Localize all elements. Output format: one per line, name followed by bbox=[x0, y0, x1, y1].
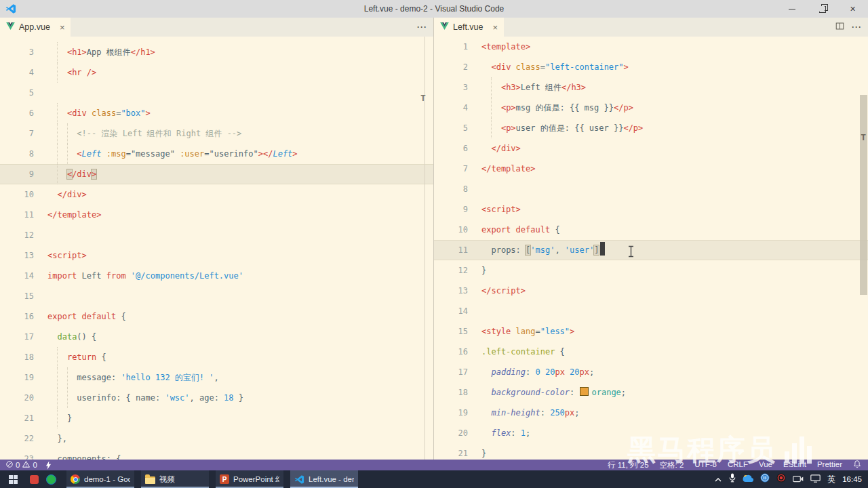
code-line-4[interactable]: 4 <hr /> bbox=[0, 62, 433, 83]
tab-close-icon[interactable]: × bbox=[492, 22, 498, 33]
code-line-17[interactable]: 17 data() { bbox=[0, 327, 433, 347]
code-line-13[interactable]: 13</script> bbox=[434, 281, 868, 301]
line-number: 9 bbox=[0, 164, 34, 184]
clock[interactable]: 16:45 bbox=[842, 475, 862, 483]
code-token: </script> bbox=[481, 286, 526, 296]
line-number: 14 bbox=[434, 301, 468, 321]
code-line-19[interactable]: 19 message: 'hello 132 的宝们! ', bbox=[0, 367, 433, 388]
code-line-9[interactable]: 9 </div> bbox=[0, 164, 433, 184]
tab-close-icon[interactable]: × bbox=[60, 22, 65, 33]
more-actions-icon[interactable]: ··· bbox=[852, 22, 862, 32]
code-line-2[interactable]: 2 <div class="left-container"> bbox=[434, 57, 868, 77]
code-token bbox=[47, 373, 77, 382]
code-token bbox=[481, 245, 491, 255]
code-line-16[interactable]: 16.left-container { bbox=[434, 342, 868, 362]
code-line-20[interactable]: 20 flex: 1; bbox=[434, 423, 868, 443]
code-editor-app-vue[interactable]: 2 <div id="app">3 <h1>App 根组件</h1>4 <hr … bbox=[0, 37, 433, 460]
code-line-14[interactable]: 14import Left from '@/components/Left.vu… bbox=[0, 266, 433, 286]
minimize-button[interactable] bbox=[776, 0, 807, 18]
code-line-7[interactable]: 7</template> bbox=[434, 159, 868, 179]
code-line-12[interactable]: 12} bbox=[434, 260, 868, 281]
status-item-6[interactable]: Prettier bbox=[817, 460, 842, 470]
code-line-10[interactable]: 10 </div> bbox=[0, 184, 433, 205]
code-line-7[interactable]: 7 <!-- 渲染 Left 组件和 Right 组件 --> bbox=[0, 123, 433, 144]
cloud-drive-icon[interactable] bbox=[743, 473, 753, 485]
code-line-9[interactable]: 9<script> bbox=[434, 199, 868, 220]
close-button[interactable]: × bbox=[837, 0, 868, 18]
status-item-2[interactable]: UTF-8 bbox=[694, 460, 717, 470]
thunder-status-icon[interactable] bbox=[45, 461, 52, 470]
indent-guide bbox=[57, 408, 58, 428]
notifications-bell-icon[interactable] bbox=[853, 460, 861, 470]
code-line-23[interactable]: 23 components: { bbox=[0, 449, 433, 460]
code-line-4[interactable]: 4 <p>msg 的值是: {{ msg }}</p> bbox=[434, 98, 868, 118]
code-token: <!-- 渲染 Left 组件和 Right 组件 --> bbox=[77, 129, 241, 138]
more-actions-icon[interactable]: ··· bbox=[417, 22, 427, 32]
chrome-icon bbox=[71, 474, 80, 484]
tab-app-vue[interactable]: App.vue × bbox=[0, 18, 71, 37]
code-token: message: bbox=[77, 373, 121, 382]
app-icon-red[interactable] bbox=[26, 470, 43, 488]
status-item-4[interactable]: Vue bbox=[759, 460, 772, 470]
pause-status-icon[interactable] bbox=[760, 473, 770, 485]
scrollbar-thumb[interactable] bbox=[860, 95, 867, 295]
ime-indicator[interactable]: 英 bbox=[827, 474, 835, 485]
start-button[interactable] bbox=[0, 470, 26, 488]
taskbar-button-vscode[interactable]: Left.vue - demo-2 - ... bbox=[290, 470, 358, 488]
code-token: </div> bbox=[491, 144, 520, 153]
tab-left-vue[interactable]: Left.vue × bbox=[434, 18, 504, 37]
line-number: 9 bbox=[434, 199, 468, 220]
line-number: 3 bbox=[434, 77, 468, 98]
taskbar-button-label: demo-1 - Google C... bbox=[84, 475, 130, 483]
code-line-15[interactable]: 15<style lang="less"> bbox=[434, 321, 868, 342]
code-line-2[interactable]: 2 <div id="app"> bbox=[0, 37, 433, 42]
code-token: : bbox=[526, 367, 535, 377]
code-line-22[interactable]: 22 }, bbox=[0, 428, 433, 449]
code-line-16[interactable]: 16export default { bbox=[0, 306, 433, 327]
record-status-icon[interactable] bbox=[776, 473, 786, 485]
taskbar-button-chrome[interactable]: demo-1 - Google C... bbox=[66, 470, 134, 488]
code-line-14[interactable]: 14 bbox=[434, 301, 868, 321]
code-line-6[interactable]: 6 </div> bbox=[434, 138, 868, 159]
code-line-18[interactable]: 18 return { bbox=[0, 347, 433, 367]
code-line-21[interactable]: 21 } bbox=[0, 408, 433, 428]
code-line-20[interactable]: 20 userinfo: { name: 'wsc', age: 18 } bbox=[0, 388, 433, 408]
line-number: 15 bbox=[0, 286, 34, 306]
code-line-15[interactable]: 15 bbox=[0, 286, 433, 306]
taskbar-button-powerpoint[interactable]: PPowerPoint 幻灯片... bbox=[216, 470, 283, 488]
problems-indicator[interactable]: 0 0 bbox=[5, 460, 37, 470]
vscode-icon bbox=[294, 474, 304, 485]
code-line-3[interactable]: 3 <h3>Left 组件</h3> bbox=[434, 77, 868, 98]
code-token: > bbox=[146, 108, 151, 118]
code-line-6[interactable]: 6 <div class="box"> bbox=[0, 103, 433, 123]
code-line-8[interactable]: 8 <Left :msg="message" :user="userinfo">… bbox=[0, 144, 433, 164]
microphone-icon[interactable] bbox=[729, 473, 736, 485]
taskbar-button-folder[interactable]: 视频 bbox=[141, 470, 209, 488]
code-line-5[interactable]: 5 <p>user 的值是: {{ user }}</p> bbox=[434, 118, 868, 138]
app-icon-green[interactable] bbox=[43, 470, 60, 488]
status-item-5[interactable]: ESLint bbox=[783, 460, 806, 470]
status-item-0[interactable]: 行 11, 列 25 bbox=[608, 460, 649, 470]
code-line-10[interactable]: 10export default { bbox=[434, 220, 868, 240]
status-item-1[interactable]: 空格: 2 bbox=[660, 460, 684, 470]
tray-expand-chevron-icon[interactable] bbox=[714, 473, 722, 485]
code-line-18[interactable]: 18 background-color: orange; bbox=[434, 382, 868, 403]
code-line-13[interactable]: 13<script> bbox=[0, 245, 433, 266]
restore-button[interactable] bbox=[807, 0, 837, 18]
code-line-3[interactable]: 3 <h1>App 根组件</h1> bbox=[0, 42, 433, 62]
code-line-17[interactable]: 17 padding: 0 20px 20px; bbox=[434, 362, 868, 382]
split-editor-icon[interactable] bbox=[835, 22, 844, 33]
code-line-1[interactable]: 1<template> bbox=[434, 37, 868, 57]
display-icon[interactable] bbox=[810, 473, 821, 485]
code-line-11[interactable]: 11</template> bbox=[0, 205, 433, 225]
code-line-5[interactable]: 5 bbox=[0, 83, 433, 103]
status-item-3[interactable]: CRLF bbox=[728, 460, 748, 470]
code-line-21[interactable]: 21} bbox=[434, 443, 868, 460]
camera-icon[interactable] bbox=[793, 473, 804, 485]
code-token: </h1> bbox=[131, 47, 155, 57]
code-line-12[interactable]: 12 bbox=[0, 225, 433, 245]
code-editor-left-vue[interactable]: 1<template>2 <div class="left-container"… bbox=[434, 37, 868, 460]
code-line-19[interactable]: 19 min-height: 250px; bbox=[434, 403, 868, 423]
code-line-8[interactable]: 8 bbox=[434, 179, 868, 199]
code-line-11[interactable]: 11 props: ['msg', 'user'] bbox=[434, 240, 868, 260]
